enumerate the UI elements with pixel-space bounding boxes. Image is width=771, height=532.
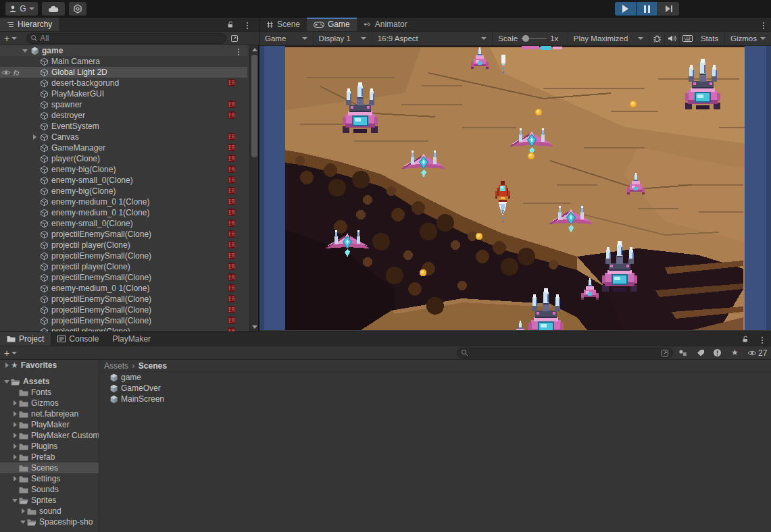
foldout-arrow[interactable] xyxy=(20,49,30,53)
lock-icon[interactable] xyxy=(226,21,234,29)
tab-animator[interactable]: Animator xyxy=(357,18,414,31)
hierarchy-item[interactable]: PlayMakerGUI xyxy=(0,88,247,99)
hierarchy-item[interactable]: enemy-medium_0 1(Clone) xyxy=(0,207,247,218)
search-by-label-icon[interactable] xyxy=(697,349,705,356)
foldout-arrow[interactable] xyxy=(3,380,11,383)
foldout-arrow[interactable] xyxy=(11,411,19,417)
project-folder-item[interactable]: Fonts xyxy=(0,387,99,398)
hierarchy-item[interactable]: projectil player(Clone) xyxy=(0,326,247,331)
visibility-eye-icon[interactable] xyxy=(1,70,11,76)
hierarchy-search-input[interactable]: All xyxy=(26,33,226,44)
mute-audio-icon[interactable] xyxy=(665,32,680,45)
project-folder-item[interactable]: ★Favorites xyxy=(0,360,99,371)
hierarchy-item[interactable]: projectil player(Clone) xyxy=(0,240,247,250)
hierarchy-item[interactable]: enemy-big(Clone) xyxy=(0,186,247,196)
hierarchy-item[interactable]: spawner xyxy=(0,99,247,110)
account-button[interactable]: G xyxy=(5,2,38,16)
project-folder-item[interactable]: Spaceship-sho xyxy=(0,516,99,527)
foldout-arrow[interactable] xyxy=(30,134,39,140)
hierarchy-item[interactable]: Main Camera xyxy=(0,56,247,67)
create-dropdown-icon[interactable] xyxy=(11,352,17,354)
foldout-arrow[interactable] xyxy=(19,521,27,524)
gameview-menu-icon[interactable] xyxy=(762,21,766,30)
hierarchy-item[interactable]: enemy-small_0(Clone) xyxy=(0,218,247,229)
project-folder-item[interactable]: Sprites xyxy=(0,495,99,506)
game-viewport[interactable] xyxy=(259,46,771,330)
tab-hierarchy[interactable]: Hierarchy xyxy=(0,18,59,31)
stats-button[interactable]: Stats xyxy=(695,32,725,45)
project-folder-item[interactable]: Plugins xyxy=(0,441,99,452)
scroll-down-icon[interactable] xyxy=(252,325,257,329)
project-search-input[interactable] xyxy=(457,348,673,358)
hierarchy-item[interactable]: enemy-medium_0 1(Clone) xyxy=(0,196,247,207)
play-button[interactable] xyxy=(615,2,636,16)
item-menu-icon[interactable] xyxy=(237,47,241,57)
hierarchy-item[interactable]: enemy-small_0(Clone) xyxy=(0,175,247,186)
tab-playmaker[interactable]: PlayMaker xyxy=(105,332,157,346)
hierarchy-item[interactable]: projectilEnemySmall(Clone) xyxy=(0,315,247,326)
scale-slider[interactable]: Scale 1x xyxy=(493,32,568,45)
project-folder-item[interactable]: Prefab xyxy=(0,452,99,462)
hierarchy-item[interactable]: Canvas xyxy=(0,132,247,142)
hierarchy-item[interactable]: projectilEnemySmall(Clone) xyxy=(0,272,247,283)
foldout-arrow[interactable] xyxy=(11,476,19,481)
gizmos-dropdown[interactable]: Gizmos xyxy=(725,32,771,45)
create-dropdown-icon[interactable] xyxy=(11,37,17,40)
search-by-type-icon[interactable] xyxy=(678,349,687,356)
project-folder-item[interactable]: PlayMaker Custom xyxy=(0,430,99,441)
hierarchy-item[interactable]: enemy-big(Clone) xyxy=(0,164,247,175)
scrollbar-thumb[interactable] xyxy=(251,55,257,157)
hierarchy-menu-icon[interactable] xyxy=(245,21,249,30)
foldout-arrow[interactable] xyxy=(19,508,27,514)
alert-icon[interactable] xyxy=(713,348,722,357)
breadcrumb-current[interactable]: Scenes xyxy=(139,361,167,371)
search-jump-icon[interactable] xyxy=(661,349,669,357)
project-menu-icon[interactable] xyxy=(760,336,764,345)
foldout-arrow[interactable] xyxy=(11,433,19,438)
asset-item-scene[interactable]: MainScreen xyxy=(100,394,771,404)
hierarchy-item[interactable]: desert-backgorund xyxy=(0,78,247,88)
tab-game[interactable]: Game xyxy=(307,18,357,31)
asset-item-scene[interactable]: GameOver xyxy=(100,383,771,394)
project-folder-item[interactable]: Assets xyxy=(0,376,99,387)
scroll-up-icon[interactable] xyxy=(252,48,257,51)
cloud-button[interactable] xyxy=(42,2,65,16)
step-button[interactable] xyxy=(658,2,679,16)
window-picker-icon[interactable] xyxy=(230,34,239,43)
asset-item-scene[interactable]: game xyxy=(100,372,771,383)
display-dropdown[interactable]: Display 1 xyxy=(314,32,372,45)
foldout-arrow[interactable] xyxy=(11,454,19,460)
project-folder-item[interactable]: Settings xyxy=(0,473,99,484)
eye-icon[interactable] xyxy=(747,350,757,356)
project-folder-item[interactable]: Gizmos xyxy=(0,398,99,408)
tab-console[interactable]: Console xyxy=(51,332,105,346)
hierarchy-item[interactable]: enemy-medium_0 1(Clone) xyxy=(0,283,247,294)
hierarchy-item[interactable]: projectilEnemySmall(Clone) xyxy=(0,304,247,315)
foldout-arrow[interactable] xyxy=(11,444,19,449)
hierarchy-item[interactable]: projectil player(Clone) xyxy=(0,261,247,272)
hierarchy-item[interactable]: projectilEnemySmall(Clone) xyxy=(0,250,247,261)
project-folder-item[interactable]: PlayMaker xyxy=(0,419,99,430)
project-folder-item[interactable]: net.fabrejean xyxy=(0,408,99,419)
play-maximized-dropdown[interactable]: Play Maximized xyxy=(568,32,650,45)
tab-project[interactable]: Project xyxy=(0,332,51,346)
foldout-arrow[interactable] xyxy=(11,422,19,427)
game-target-dropdown[interactable]: Game xyxy=(259,32,314,45)
create-button[interactable]: + xyxy=(4,348,9,358)
project-folder-item[interactable]: Sounds xyxy=(0,484,99,495)
breadcrumb-root[interactable]: Assets xyxy=(104,361,128,371)
unity-hub-button[interactable] xyxy=(69,2,86,16)
hierarchy-item[interactable]: projectilEnemySmall(Clone) xyxy=(0,229,247,240)
project-folder-item[interactable]: sound xyxy=(0,506,99,516)
project-folder-item[interactable]: Scenes xyxy=(0,462,99,473)
hierarchy-item[interactable]: game xyxy=(0,45,247,56)
debug-bug-icon[interactable] xyxy=(649,32,664,45)
picking-hand-icon[interactable] xyxy=(12,69,20,76)
foldout-arrow[interactable] xyxy=(11,400,19,406)
slider-track[interactable] xyxy=(521,38,547,39)
hierarchy-item[interactable]: destroyer xyxy=(0,110,247,121)
hierarchy-scrollbar[interactable] xyxy=(249,45,258,331)
slider-knob[interactable] xyxy=(522,35,529,42)
hierarchy-item[interactable]: projectilEnemySmall(Clone) xyxy=(0,294,247,304)
hierarchy-item[interactable]: player(Clone) xyxy=(0,153,247,164)
